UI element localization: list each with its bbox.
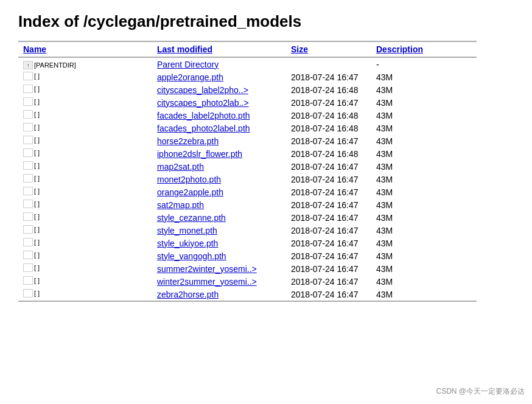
table-row: [ ]facades_label2photo.pth2018-07-24 16:… [18,109,477,122]
file-icon: [ ] [23,263,40,272]
col-header-modified: Last modified [152,41,286,57]
file-modified-cell: 2018-07-24 16:47 [286,173,371,186]
file-icon-label: [ ] [34,264,40,271]
file-icon-img [23,289,33,298]
file-size-cell: 43M [371,211,428,224]
file-size-cell: 43M [371,275,428,288]
file-icon-img [23,97,33,106]
file-description-cell [428,147,477,160]
file-link[interactable]: map2sat.pth [157,162,204,172]
file-listing-table: Name Last modified Size Description ↑[PA… [18,41,477,302]
file-size-cell: 43M [371,96,428,109]
file-icon: [ ] [23,85,40,93]
file-icon: [ ] [23,276,40,285]
file-size-cell: 43M [371,249,428,262]
file-icon-cell: [ ] [18,186,152,198]
table-row: [ ]style_cezanne.pth2018-07-24 16:4743M [18,211,477,224]
file-icon: [ ] [23,289,40,298]
file-icon-label: [ ] [34,175,40,182]
file-name-cell: zebra2horse.pth [152,288,286,301]
file-link[interactable]: cityscapes_label2pho..> [157,85,248,95]
file-icon-cell: [ ] [18,275,152,288]
table-row: [ ]sat2map.pth2018-07-24 16:4743M [18,198,477,211]
parentdir-icon-label: [PARENTDIR] [34,61,76,69]
file-icon: [ ] [23,110,40,119]
file-link[interactable]: horse2zebra.pth [157,136,219,146]
file-name-cell: apple2orange.pth [152,71,286,83]
file-link[interactable]: zebra2horse.pth [157,290,219,299]
file-link[interactable]: orange2apple.pth [157,187,223,197]
file-icon-label: [ ] [34,226,40,233]
parentdir-icon-img: ↑ [23,61,33,69]
file-icon-label: [ ] [34,213,40,220]
file-link[interactable]: apple2orange.pth [157,72,223,82]
file-description-cell [428,96,477,109]
file-description-cell [428,109,477,122]
file-modified-cell: 2018-07-24 16:48 [286,122,371,134]
file-description-cell [428,134,477,147]
table-row: [ ]style_monet.pth2018-07-24 16:4743M [18,224,477,237]
file-description-cell [428,186,477,198]
file-link[interactable]: style_ukiyoe.pth [157,239,218,248]
size-sort-link[interactable]: Size [291,44,308,54]
file-icon-cell: [ ] [18,134,152,147]
file-name-cell: style_monet.pth [152,224,286,237]
file-icon-label: [ ] [34,72,40,80]
file-link[interactable]: style_vangogh.pth [157,251,226,261]
file-name-cell: iphone2dslr_flower.pth [152,147,286,160]
file-icon-cell: [ ] [18,288,152,301]
file-icon-img [23,148,33,157]
modified-sort-link[interactable]: Last modified [157,44,212,54]
file-icon-img [23,136,33,144]
file-name-cell: cityscapes_label2pho..> [152,83,286,96]
file-link[interactable]: winter2summer_yosemi..> [157,277,257,287]
file-modified-cell: 2018-07-24 16:47 [286,198,371,211]
file-icon-cell: [ ] [18,160,152,173]
file-link[interactable]: Parent Directory [157,60,219,69]
file-link[interactable]: facades_photo2label.pth [157,124,250,133]
file-icon: [ ] [23,225,40,234]
file-link[interactable]: style_monet.pth [157,226,217,235]
file-modified-cell: 2018-07-24 16:47 [286,237,371,249]
file-size-cell: 43M [371,122,428,134]
file-modified-cell: 2018-07-24 16:47 [286,288,371,301]
file-icon-cell: [ ] [18,211,152,224]
file-modified-cell: 2018-07-24 16:47 [286,160,371,173]
file-icon-label: [ ] [34,277,40,284]
file-link[interactable]: style_cezanne.pth [157,213,226,223]
file-link[interactable]: iphone2dslr_flower.pth [157,149,242,159]
parentdir-icon: ↑[PARENTDIR] [23,61,76,69]
desc-sort-link[interactable]: Description [376,44,423,54]
file-link[interactable]: summer2winter_yosemi..> [157,264,257,274]
file-size-cell: 43M [371,198,428,211]
file-icon-cell: [ ] [18,109,152,122]
file-icon-img [23,123,33,131]
file-link[interactable]: monet2photo.pth [157,175,221,184]
table-header: Name Last modified Size Description [18,41,477,57]
page-title: Index of /cyclegan/pretrained_models [18,12,514,31]
file-modified-cell: 2018-07-24 16:47 [286,71,371,83]
name-sort-link[interactable]: Name [23,44,46,54]
file-description-cell [428,83,477,96]
table-row: [ ]orange2apple.pth2018-07-24 16:4743M [18,186,477,198]
table-row: [ ]apple2orange.pth2018-07-24 16:4743M [18,71,477,83]
file-icon-img [23,212,33,221]
file-icon: [ ] [23,238,40,246]
file-icon-label: [ ] [34,111,40,118]
file-link[interactable]: facades_label2photo.pth [157,111,250,120]
file-icon-img [23,72,33,80]
file-description-cell [428,160,477,173]
file-name-cell: facades_photo2label.pth [152,122,286,134]
file-link[interactable]: sat2map.pth [157,200,204,210]
col-header-description: Description [371,41,428,57]
file-icon-label: [ ] [34,239,40,246]
file-icon-cell: [ ] [18,262,152,275]
file-icon-label: [ ] [34,149,40,156]
file-name-cell: map2sat.pth [152,160,286,173]
file-icon: [ ] [23,200,40,208]
file-modified-cell: 2018-07-24 16:47 [286,134,371,147]
file-link[interactable]: cityscapes_photo2lab..> [157,98,249,108]
file-name-cell: orange2apple.pth [152,186,286,198]
file-icon-cell: [ ] [18,83,152,96]
file-icon-img [23,110,33,119]
